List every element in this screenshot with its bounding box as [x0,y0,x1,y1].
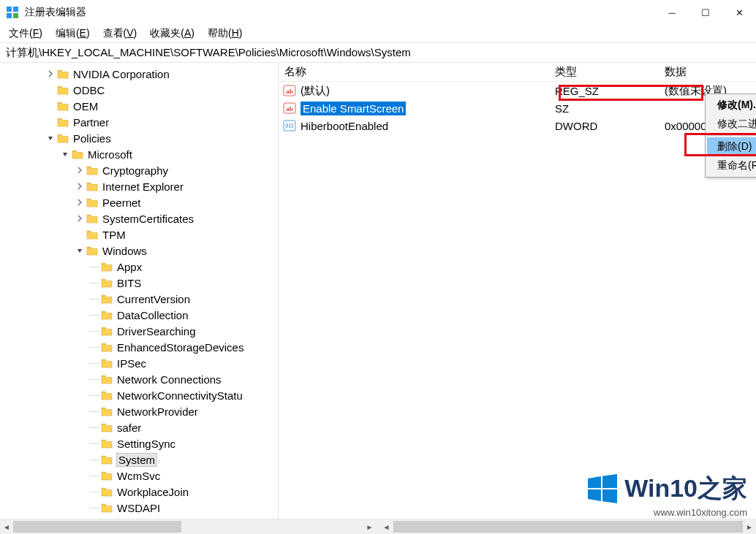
minimize-button[interactable]: ─ [655,1,689,23]
svg-rect-0 [7,7,12,12]
menu-favorites[interactable]: 收藏夹(A) [145,26,199,42]
tree-item[interactable]: Appx [0,259,278,275]
tree-item[interactable]: BITS [0,275,278,291]
window-title: 注册表编辑器 [25,6,655,19]
tree-item[interactable]: NetworkConnectivityStatu [0,387,278,403]
tree-pane[interactable]: NVIDIA CorporationODBCOEMPartnerPolicies… [0,63,279,519]
tree-item[interactable]: WorkplaceJoin [0,484,278,500]
chevron-right-icon[interactable] [73,196,86,209]
svg-marker-13 [602,489,617,503]
svg-rect-2 [7,13,12,18]
folder-icon [101,374,113,384]
tree-item[interactable]: IPSec [0,355,278,371]
tree-item[interactable]: Policies [0,130,278,146]
value-name: HiberbootEnabled [300,120,388,132]
tree-item[interactable]: DriverSearching [0,323,278,339]
scrollbar-track-left[interactable] [13,521,363,533]
scroll-left-icon[interactable]: ◄ [0,520,13,533]
tree-item[interactable]: Windows [0,243,278,259]
tree-item[interactable]: NetworkProvider [0,403,278,419]
folder-icon [101,503,113,513]
tree-item[interactable]: Microsoft [0,146,278,162]
tree-item[interactable]: SettingSync [0,435,278,451]
tree-item[interactable]: SystemCertificates [0,210,278,226]
tree-item[interactable]: Cryptography [0,162,278,178]
chevron-right-icon[interactable] [73,212,86,225]
menu-file[interactable]: 文件(F) [4,26,47,42]
windows-logo-icon [586,473,619,505]
scrollbar-thumb-right[interactable] [393,521,744,533]
tree-item[interactable]: Network Connections [0,371,278,387]
column-data[interactable]: 数据 [659,63,756,81]
value-row[interactable]: ab(默认)REG_SZ(数值未设置) [279,82,756,99]
folder-icon [101,422,113,432]
expander-spacer [44,115,57,129]
context-modify-binary[interactable]: 修改二进制数据(B)... [707,115,756,134]
chevron-down-icon[interactable] [58,148,72,161]
tree-connector-icon [88,291,101,307]
folder-icon [57,117,69,127]
tree-item-label: safer [117,422,141,434]
menu-view[interactable]: 查看(V) [99,26,142,42]
chevron-right-icon[interactable] [73,164,86,177]
value-row[interactable]: abEnable SmartScreenSZ [279,99,756,117]
tree-item[interactable]: WcmSvc [0,468,278,484]
address-bar[interactable]: 计算机\HKEY_LOCAL_MACHINE\SOFTWARE\Policies… [0,42,756,63]
scroll-right-icon-2[interactable]: ► [743,520,756,533]
column-name[interactable]: 名称 [279,63,549,81]
tree-item-label: CurrentVersion [117,293,190,305]
tree-connector-icon [88,468,101,484]
scrollbar-track-right[interactable] [393,521,744,533]
tree-item[interactable]: CurrentVersion [0,291,278,307]
tree-item[interactable]: TPM [0,226,278,243]
tree-connector-icon [88,500,101,516]
context-rename[interactable]: 重命名(R) [707,156,756,175]
tree-item[interactable]: Internet Explorer [0,178,278,194]
list-pane[interactable]: 名称 类型 数据 ab(默认)REG_SZ(数值未设置)abEnable Sma… [279,63,756,519]
folder-icon [86,229,98,240]
folder-icon [101,487,113,497]
content-area: NVIDIA CorporationODBCOEMPartnerPolicies… [0,63,756,519]
tree-item-label: NetworkProvider [117,405,198,418]
close-button[interactable]: ✕ [722,1,756,23]
chevron-down-icon[interactable] [73,244,86,257]
tree-item-label: EnhancedStorageDevices [117,341,243,354]
tree-item[interactable]: System [0,451,278,468]
context-modify[interactable]: 修改(M)... [707,96,756,115]
menu-edit[interactable]: 编辑(E) [51,26,94,42]
folder-icon [57,101,69,111]
scroll-right-icon[interactable]: ► [363,520,377,533]
tree-item-label: WSDAPI [117,502,160,514]
regedit-icon [6,6,19,19]
tree-item-label: IPSec [117,357,146,370]
svg-marker-10 [588,476,601,488]
tree-item-label: SystemCertificates [102,213,194,225]
tree-item-label: Peernet [102,197,141,209]
context-delete[interactable]: 删除(D) [707,137,756,156]
folder-icon [57,69,69,79]
value-row[interactable]: 011HiberbootEnabledDWORD0x00000000 (0) [279,117,756,134]
tree-item[interactable]: WSDAPI [0,500,278,516]
title-bar: 注册表编辑器 ─ ☐ ✕ [0,0,756,25]
tree-item[interactable]: DataCollection [0,307,278,323]
chevron-right-icon[interactable] [73,180,86,193]
tree-item[interactable]: EnhancedStorageDevices [0,339,278,355]
folder-icon [57,133,69,143]
tree-item[interactable]: Peernet [0,194,278,210]
folder-icon [101,262,113,272]
tree-item[interactable]: OEM [0,98,278,114]
tree-item[interactable]: ODBC [0,82,278,98]
tree-connector-icon [88,259,101,275]
tree-connector-icon [88,339,101,355]
tree-item[interactable]: safer [0,419,278,435]
tree-item[interactable]: Partner [0,114,278,130]
column-type[interactable]: 类型 [549,63,659,81]
scroll-left-icon-2[interactable]: ◄ [380,520,393,533]
chevron-right-icon[interactable] [44,67,57,80]
tree-item[interactable]: NVIDIA Corporation [0,66,278,82]
scrollbar-thumb-left[interactable] [13,521,181,533]
tree-item-label: NetworkConnectivityStatu [117,389,243,402]
maximize-button[interactable]: ☐ [689,1,722,23]
menu-help[interactable]: 帮助(H) [203,26,246,42]
chevron-down-icon[interactable] [44,131,57,145]
